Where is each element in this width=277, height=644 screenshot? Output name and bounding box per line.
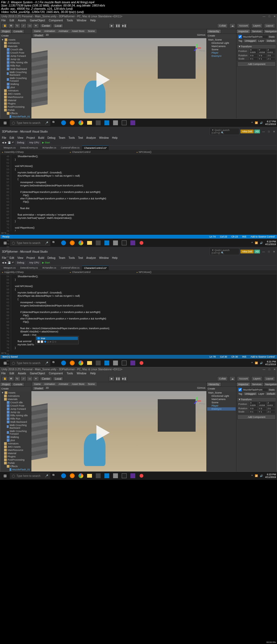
code-line[interactable]: Flip();	[12, 320, 276, 323]
firefox-icon[interactable]	[68, 359, 76, 367]
intellisense-item[interactable]: 🔷 true	[36, 337, 78, 340]
file-tab[interactable]: Weapon.cs	[1, 146, 18, 150]
tree-item[interactable]: Animations	[1, 394, 31, 398]
user-badge[interactable]: Arka Deb	[240, 130, 254, 133]
pos-x[interactable]: X 0.029	[250, 49, 258, 54]
tree-item[interactable]: Materials	[1, 398, 31, 401]
task-view-icon[interactable]: ⧉	[51, 119, 59, 127]
app-icon[interactable]	[94, 472, 102, 480]
nav-class[interactable]: CharacterControl	[70, 271, 91, 273]
chrome-icon[interactable]	[77, 119, 85, 127]
scene-tab-asset-store[interactable]: Asset Store	[70, 29, 86, 33]
menu-assets[interactable]: Assets	[18, 372, 26, 375]
cloud-icon[interactable]: ☁	[229, 23, 235, 28]
layout-dropdown[interactable]: Layout	[264, 376, 275, 381]
code-line[interactable]: else if (detectedPlayer.transform.positi…	[12, 197, 276, 200]
edge-icon[interactable]	[60, 119, 67, 127]
menu-help[interactable]: Help	[112, 136, 118, 139]
2d-toggle[interactable]: 2D	[46, 34, 49, 37]
tree-item[interactable]: ybot	[1, 86, 31, 89]
menu-edit[interactable]: Edit	[9, 372, 14, 375]
tree-item[interactable]: PostProcessing	[1, 105, 31, 108]
minimize-icon[interactable]: —	[262, 250, 265, 253]
forward-icon[interactable]: ▶	[5, 261, 7, 264]
tree-item[interactable]: Crouch Pose	[1, 51, 31, 54]
code-line[interactable]	[12, 307, 276, 311]
minimize-icon[interactable]: —	[263, 15, 265, 18]
maximize-icon[interactable]: □	[268, 130, 270, 133]
quick-launch-input[interactable]: ▼ Quick Launch (Ctrl+Q) 🔍	[210, 248, 239, 255]
code-line[interactable]: }	[12, 278, 276, 281]
menu-window[interactable]: Window	[99, 136, 109, 139]
file-tab[interactable]: CharacterControl.cs*	[82, 146, 109, 150]
rot-x[interactable]: X 0	[250, 54, 258, 57]
windows-start-button[interactable]: ⊞	[1, 239, 9, 247]
start-button[interactable]: ▶ Start	[42, 141, 50, 144]
tray-chevron-icon[interactable]: ^	[252, 121, 253, 124]
tree-item[interactable]: Crouch Idle	[1, 401, 31, 404]
code-line[interactable]: movespeed = runspeed;	[12, 181, 276, 184]
code-line[interactable]: if(IsAIPlayer && detectedPlayer != null …	[12, 174, 276, 177]
rot-z[interactable]: Z 0	[267, 407, 275, 410]
search-box[interactable]: ◯ Type here to search🎤	[10, 240, 50, 246]
space-dropdown[interactable]: Local	[53, 24, 63, 28]
tree-item[interactable]: Crouch Pose	[1, 404, 31, 407]
code-line[interactable]: {	[12, 177, 276, 181]
vs-icon[interactable]	[129, 239, 137, 247]
shaded-dropdown[interactable]: Shaded	[32, 387, 45, 390]
undo-icon[interactable]: ↶	[12, 261, 14, 264]
wifi-icon[interactable]: 📶	[255, 121, 258, 124]
task-view-icon[interactable]: ⧉	[51, 359, 59, 367]
code-line[interactable]: float dist	[12, 207, 276, 210]
explorer-icon[interactable]	[86, 239, 93, 247]
tree-item[interactable]: MainResource	[1, 448, 31, 452]
search-box[interactable]: ◯ Type here to search🎤	[10, 360, 50, 366]
volume-icon[interactable]: 🔊	[260, 362, 263, 364]
menu-help[interactable]: Help	[112, 256, 118, 259]
console-tab[interactable]: Console	[12, 29, 24, 34]
space-dropdown[interactable]: Local	[53, 377, 63, 381]
menu-project[interactable]: Project	[27, 256, 35, 259]
menu-window[interactable]: Window	[99, 256, 109, 259]
hierarchy-tab[interactable]: Hierarchy	[207, 29, 221, 34]
menu-gameobject[interactable]: GameObject	[30, 19, 45, 22]
menu-help[interactable]: Help	[90, 19, 96, 22]
account-dropdown[interactable]: Account	[237, 23, 250, 28]
rot-x[interactable]: X 0	[250, 407, 258, 410]
file-tab[interactable]: Weapon.cs	[1, 266, 18, 270]
menu-view[interactable]: View	[17, 256, 23, 259]
system-tray[interactable]: ^ 📶 🔊 6:17 PM 4/11/2019	[252, 120, 276, 126]
close-icon[interactable]: ✕	[273, 130, 275, 133]
tree-item[interactable]: MainResource	[1, 95, 31, 99]
menu-build[interactable]: Build	[38, 136, 44, 139]
code-line[interactable]: else if (detectedPlayer.transform.positi…	[12, 317, 276, 320]
platform-dropdown[interactable]: Any CPU	[27, 261, 41, 265]
menu-team[interactable]: Team	[59, 136, 65, 139]
code-line[interactable]: }	[12, 220, 276, 223]
tree-item[interactable]: Materials	[1, 45, 31, 48]
app-icon-2[interactable]	[112, 359, 119, 367]
tree-item[interactable]: Jump Up	[1, 411, 31, 414]
tree-item[interactable]: Walk Crouching Forward	[1, 430, 31, 435]
menu-file[interactable]: File	[1, 19, 6, 22]
tree-item[interactable]: Rifle Aiming Idle	[1, 61, 31, 64]
layout-dropdown[interactable]: Layout	[264, 23, 275, 28]
file-tab[interactable]: IKHandler.cs	[40, 266, 58, 270]
menu-project[interactable]: Project	[27, 136, 35, 139]
code-line[interactable]: Flip();	[12, 200, 276, 203]
hierarchy-item[interactable]: Main_Scene	[207, 38, 236, 41]
add-component-button[interactable]: Add Component	[238, 62, 276, 67]
edge-icon[interactable]	[60, 472, 67, 480]
play-button[interactable]: ▶	[109, 23, 115, 28]
menu-gameobject[interactable]: GameObject	[30, 372, 45, 375]
code-line[interactable]: void NPCMove()	[12, 285, 276, 288]
tray-chevron-icon[interactable]: ^	[252, 362, 253, 364]
tree-item[interactable]: Crouch Idle	[1, 48, 31, 51]
inspector-tab-services[interactable]: Services	[250, 382, 263, 387]
code-line[interactable]: float animValue = mAgent.velocity.x / mA…	[12, 213, 276, 216]
config-dropdown[interactable]: Debug	[15, 261, 26, 265]
tag-dropdown[interactable]: Untagged	[243, 39, 258, 43]
object-active-checkbox[interactable]	[238, 35, 242, 38]
scene-tab-game[interactable]: Game	[32, 382, 42, 386]
maximize-icon[interactable]: □	[269, 368, 270, 371]
